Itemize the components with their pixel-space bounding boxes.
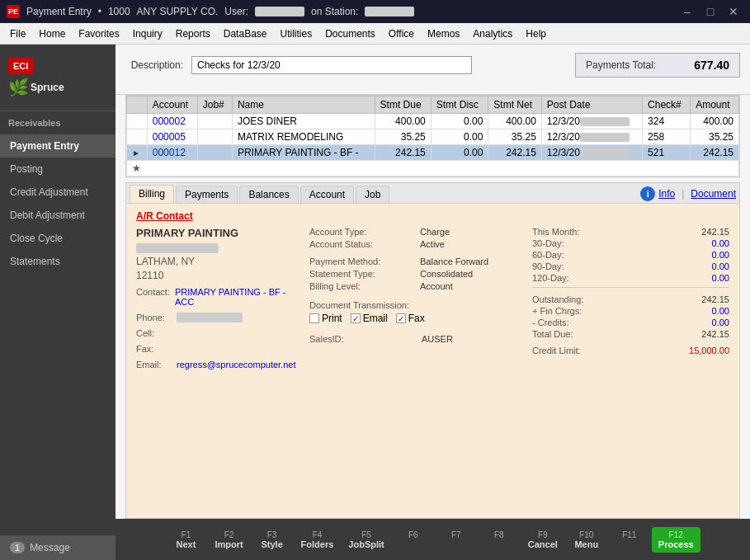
credits-value: 0.00 <box>712 318 729 327</box>
day30-value: 0.00 <box>712 238 729 248</box>
fkey-f2[interactable]: F2 Import <box>208 527 249 553</box>
fkey-f8[interactable]: F8 <box>479 527 520 553</box>
sidebar-item-debit-adjustment[interactable]: Debit Adjustment <box>0 204 116 227</box>
payment-method-value: Balance Forward <box>420 256 488 266</box>
ar-contact-title[interactable]: A/R Contact <box>136 210 729 222</box>
fax-cb-box[interactable]: ✓ <box>396 313 406 323</box>
info-icon[interactable]: i <box>640 186 655 201</box>
cell-label: Cell: <box>136 328 173 338</box>
document-label[interactable]: Document <box>691 188 736 200</box>
menu-memos[interactable]: Memos <box>421 26 466 41</box>
email-cb-box[interactable]: ✓ <box>351 313 361 323</box>
message-badge[interactable]: 1 Message <box>0 535 116 560</box>
row-account[interactable]: 000012 <box>147 145 197 161</box>
credits-row: - Credits: 0.00 <box>532 318 729 327</box>
fkey-f3[interactable]: F3 Style <box>252 527 293 553</box>
table-row[interactable]: 000002 JOES DINER 400.00 0.00 400.00 12/… <box>127 114 739 129</box>
eci-logo: ECI <box>8 58 33 74</box>
row-account[interactable]: 000002 <box>147 114 197 129</box>
info-label[interactable]: Info <box>658 188 675 200</box>
title-user-value <box>255 7 304 16</box>
sidebar-item-close-cycle[interactable]: Close Cycle <box>0 227 116 250</box>
tab-billing[interactable]: Billing <box>130 185 174 203</box>
fax-checkbox[interactable]: ✓ Fax <box>396 313 425 324</box>
menu-favorites[interactable]: Favorites <box>72 26 125 41</box>
tab-balances[interactable]: Balances <box>239 186 298 203</box>
fkey-f5[interactable]: F5 JobSplit <box>342 527 390 553</box>
menu-home[interactable]: Home <box>32 26 72 41</box>
company-name: PRIMARY PAINTING <box>136 227 301 239</box>
close-button[interactable]: ✕ <box>724 4 743 19</box>
col-header-stmt-disc: Stmt Disc <box>431 96 488 114</box>
fkey-f11[interactable]: F11 <box>609 527 650 553</box>
menu-analytics[interactable]: Analytics <box>466 26 519 41</box>
tab-payments[interactable]: Payments <box>176 186 238 203</box>
menu-office[interactable]: Office <box>382 26 421 41</box>
sales-id-label: SalesID: <box>309 334 417 344</box>
minimize-button[interactable]: – <box>677 4 697 19</box>
row-arrow <box>127 114 148 129</box>
menu-reports[interactable]: Reports <box>169 26 217 41</box>
maximize-button[interactable]: □ <box>700 4 720 19</box>
fkey-f4[interactable]: F4 Folders <box>295 527 341 553</box>
col-header-post-date: Post Date <box>541 96 642 114</box>
contact-row: Contact: PRIMARY PAINTING - BF - ACC <box>136 287 301 307</box>
fkey-f1[interactable]: F1 Next <box>165 527 206 553</box>
table-row[interactable]: 000005 MATRIX REMODELING 35.25 0.00 35.2… <box>127 129 739 145</box>
fkey-f7[interactable]: F7 <box>436 527 477 553</box>
menu-file[interactable]: File <box>3 26 32 41</box>
doc-trans-label-row: Document Transmission: <box>309 300 532 310</box>
day30-label: 30-Day: <box>532 238 564 248</box>
table-row-new[interactable]: ★ <box>127 161 739 176</box>
tab-section: Billing Payments Balances Account Job i … <box>125 182 740 519</box>
print-cb-box[interactable] <box>309 313 319 323</box>
statement-type-row: Statement Type: Consolidated <box>309 269 532 279</box>
fkey-f6[interactable]: F6 <box>393 527 434 553</box>
outstanding-row: Outstanding: 242.15 <box>532 294 729 304</box>
total-due-row: Total Due: 242.15 <box>532 329 729 339</box>
sidebar-item-payment-entry[interactable]: Payment Entry <box>0 134 116 158</box>
row-amount: 35.25 <box>691 129 739 145</box>
sidebar-item-statements[interactable]: Statements <box>0 250 116 273</box>
tab-bar: Billing Payments Balances Account Job i … <box>126 183 739 204</box>
sidebar: ECI 🌿 Spruce Receivables Payment Entry P… <box>0 45 116 560</box>
menu-inquiry[interactable]: Inquiry <box>126 26 169 41</box>
title-station-value <box>365 7 414 16</box>
email-checkbox[interactable]: ✓ Email <box>351 313 388 324</box>
fkey-f9[interactable]: F9 Cancel <box>521 527 564 553</box>
account-type-row: Account Type: Charge <box>309 227 532 237</box>
tab-job[interactable]: Job <box>356 186 389 203</box>
col-header-name: Name <box>232 96 375 114</box>
col-header-job: Job# <box>197 96 232 114</box>
billing-level-value: Account <box>420 281 453 291</box>
tab-account[interactable]: Account <box>300 186 354 203</box>
menu-help[interactable]: Help <box>519 26 553 41</box>
row-name: MATRIX REMODELING <box>232 129 375 145</box>
contact-label: Contact: <box>136 287 172 307</box>
phone-label: Phone: <box>136 313 173 322</box>
menu-database[interactable]: DataBase <box>217 26 274 41</box>
table-row[interactable]: ► 000012 PRIMARY PAINTING - BF - 242.15 … <box>127 145 739 161</box>
fkey-group: F1 Next F2 Import F3 Style F4 Folders F5 <box>122 527 743 553</box>
this-month-value: 242.15 <box>701 227 729 237</box>
row-amount: 400.00 <box>691 114 739 129</box>
row-stmt-due: 35.25 <box>375 129 431 145</box>
fkey-f10[interactable]: F10 Menu <box>566 527 607 553</box>
address2: 12110 <box>136 270 301 281</box>
fax-cb-label: Fax <box>408 313 425 324</box>
fkey-f12[interactable]: F12 Process <box>652 527 700 553</box>
total-due-value: 242.15 <box>701 329 729 339</box>
sidebar-item-credit-adjustment[interactable]: Credit Adjustment <box>0 181 116 204</box>
credit-limit-row: Credit Limit: 15,000.00 <box>532 346 729 355</box>
row-stmt-net: 400.00 <box>488 114 542 129</box>
row-stmt-net: 242.15 <box>488 145 542 161</box>
sidebar-item-posting[interactable]: Posting <box>0 158 116 181</box>
menu-utilities[interactable]: Utilities <box>273 26 318 41</box>
col-header-account: Account <box>147 96 197 114</box>
description-input[interactable] <box>191 56 472 74</box>
checkbox-row: Print ✓ Email ✓ Fax <box>309 313 532 324</box>
menu-documents[interactable]: Documents <box>318 26 382 41</box>
row-account[interactable]: 000005 <box>147 129 197 145</box>
print-checkbox[interactable]: Print <box>309 313 342 324</box>
account-status-row: Account Status: Active <box>309 239 532 249</box>
